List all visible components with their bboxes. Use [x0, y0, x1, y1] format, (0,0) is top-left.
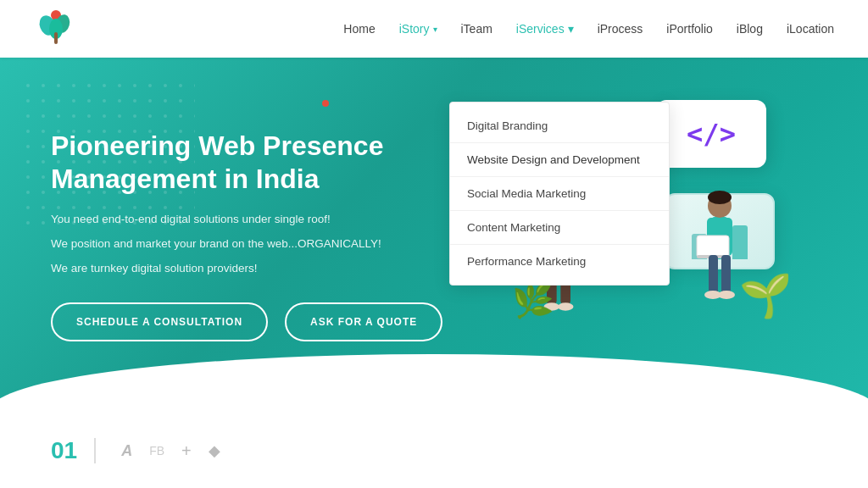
- hero-section: Pioneering Web Presence Management in In…: [0, 58, 868, 413]
- partner-icon-1: A: [121, 442, 132, 460]
- code-card-illustration: </>: [656, 100, 766, 168]
- svg-point-13: [558, 302, 574, 310]
- dropdown-item-performance-marketing[interactable]: Performance Marketing: [450, 245, 669, 278]
- hero-line-3: We are turnkey digital solution provider…: [51, 259, 458, 279]
- hero-title: Pioneering Web Presence Management in In…: [51, 130, 458, 195]
- nav-iservices[interactable]: iServices ▾: [516, 22, 574, 36]
- dropdown-item-digital-branding[interactable]: Digital Branding: [450, 109, 669, 143]
- nav-ilocation[interactable]: iLocation: [787, 21, 834, 36]
- svg-rect-21: [721, 255, 731, 293]
- nav-iportfolio[interactable]: iPortfolio: [666, 21, 712, 36]
- code-bracket-icon: </>: [687, 118, 736, 150]
- nav-iblog[interactable]: iBlog: [737, 21, 763, 36]
- hero-buttons: SCHEDULE A CONSULTATION ASK FOR A QUOTE: [51, 302, 458, 341]
- dropdown-item-social-media[interactable]: Social Media Marketing: [450, 177, 669, 211]
- logo[interactable]: [34, 7, 81, 51]
- chevron-down-icon: ▾: [433, 25, 437, 34]
- plant-right-illustration: 🌱: [739, 271, 792, 320]
- hero-content: Pioneering Web Presence Management in In…: [51, 130, 458, 341]
- nav-links: Home iStory ▾ iTeam iServices ▾ iProcess…: [343, 21, 834, 36]
- dropdown-item-content-marketing[interactable]: Content Marketing: [450, 211, 669, 245]
- chevron-down-icon: ▾: [568, 22, 574, 36]
- divider: [94, 438, 96, 463]
- bottom-section: 01 A FB + ◆: [0, 413, 868, 488]
- nav-home[interactable]: Home: [343, 21, 375, 36]
- partner-icon-3: ◆: [209, 441, 220, 460]
- svg-rect-18: [697, 236, 729, 258]
- dropdown-item-website-design[interactable]: Website Design and Development: [450, 143, 669, 177]
- nav-istory[interactable]: iStory ▾: [399, 22, 437, 36]
- schedule-consultation-button[interactable]: SCHEDULE A CONSULTATION: [51, 302, 268, 341]
- svg-rect-4: [54, 32, 58, 44]
- iservices-dropdown: Digital Branding Website Design and Deve…: [449, 102, 670, 286]
- nav-iteam[interactable]: iTeam: [461, 21, 492, 36]
- hero-line-1: You need end-to-end digital solutions un…: [51, 210, 458, 230]
- nav-iprocess[interactable]: iProcess: [598, 21, 643, 36]
- svg-point-16: [708, 191, 732, 204]
- svg-point-23: [718, 291, 735, 299]
- partner-icon-2: FB: [149, 444, 164, 458]
- ask-for-quote-button[interactable]: ASK FOR A QUOTE: [285, 302, 442, 341]
- partner-icons: A FB + ◆: [121, 441, 220, 461]
- decorative-dot: [322, 100, 329, 107]
- step-number: 01: [51, 437, 77, 464]
- svg-rect-20: [709, 255, 718, 293]
- partner-icon-plus: +: [181, 441, 192, 461]
- navbar: Home iStory ▾ iTeam iServices ▾ iProcess…: [0, 0, 868, 58]
- plant-left-illustration: 🌿: [512, 280, 554, 320]
- hero-line-2: We position and market your brand on the…: [51, 235, 458, 254]
